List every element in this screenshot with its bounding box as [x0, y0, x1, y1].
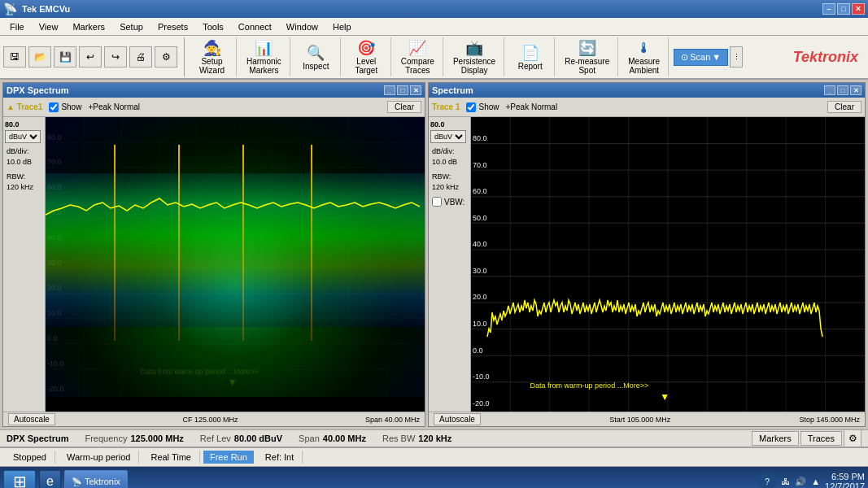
toolbar-new[interactable]: 🖫	[3, 46, 26, 68]
menu-tools[interactable]: Tools	[196, 20, 230, 33]
menu-view[interactable]: View	[33, 20, 65, 33]
menu-file[interactable]: File	[3, 20, 31, 33]
status-realtime: Real Time	[142, 451, 200, 464]
toolbar-compare-traces[interactable]: 📈 CompareTraces	[393, 37, 443, 76]
spectrum-unit-select[interactable]: dBuV	[430, 130, 466, 143]
toolbar-redo[interactable]: ↪	[104, 46, 127, 68]
ie-icon: e	[46, 474, 54, 488]
remeasure-label: Re-measureSpot	[565, 57, 609, 75]
compare-traces-icon: 📈	[408, 39, 426, 57]
start-button[interactable]: ⊞	[3, 470, 36, 488]
spectrum-dbdiv-text: dB/div:	[432, 146, 467, 157]
help-circle-icon[interactable]: ?	[758, 473, 776, 488]
dpx-chart-footer: Autoscale CF 125.000 MHz Span 40.00 MHz	[3, 412, 425, 426]
markers-button[interactable]: Markers	[752, 431, 799, 446]
toolbar-report[interactable]: 📄 Report	[506, 37, 555, 76]
dpx-chart-area: 80.0 70.0 60.0 50.0 40.0 30.0 20.0 10.0 …	[46, 117, 425, 412]
info-reflev-value: 80.00 dBuV	[234, 434, 282, 443]
spectrum-trace-label: Trace 1	[432, 102, 460, 111]
toolbar-measure-ambient[interactable]: 🌡 MeasureAmbient	[620, 37, 669, 76]
scan-icon: ⊙	[681, 52, 688, 63]
settings-gear-button[interactable]: ⚙	[844, 429, 861, 447]
tektronix-logo: Tektronix	[793, 49, 865, 66]
menu-presets[interactable]: Presets	[151, 20, 194, 33]
info-dpx: DPX Spectrum	[7, 434, 68, 443]
dpx-clear-button[interactable]: Clear	[387, 101, 421, 113]
menu-window[interactable]: Window	[280, 20, 325, 33]
menu-connect[interactable]: Connect	[232, 20, 278, 33]
taskbar-tektronix[interactable]: 📡 Tektronix	[64, 470, 128, 488]
scan-button[interactable]: ⊙ Scan ▼	[674, 49, 728, 66]
toolbar-level-target[interactable]: 🎯 LevelTarget	[342, 37, 391, 76]
toolbar-undo[interactable]: ↩	[79, 46, 102, 68]
info-resbw-value: 120 kHz	[418, 434, 451, 443]
dpx-span-label: Span 40.00 MHz	[365, 416, 420, 424]
setup-wizard-label: SetupWizard	[199, 57, 225, 75]
spectrum-panel-minimize[interactable]: _	[824, 85, 835, 95]
close-button[interactable]: ✕	[852, 3, 865, 15]
svg-text:70.0: 70.0	[473, 161, 487, 169]
inspect-icon: 🔍	[307, 44, 325, 62]
info-resbw-label: Res BW	[382, 434, 415, 443]
dpx-panel-controls: ▲ Trace1 Show +Peak Normal Clear	[3, 98, 425, 117]
minimize-button[interactable]: –	[822, 3, 835, 15]
tektronix-taskbar-icon: 📡	[72, 477, 81, 486]
toolbar-open[interactable]: 📂	[28, 46, 51, 68]
dpx-show-checkbox[interactable]	[49, 102, 59, 112]
dpx-unit-select[interactable]: dBuV	[5, 130, 41, 143]
spectrum-vbw-row: VBW:	[430, 195, 469, 208]
spectrum-start-label: Start 105.000 MHz	[609, 416, 670, 424]
toolbar-settings[interactable]: ⚙	[155, 46, 177, 68]
toolbar-remeasure[interactable]: 🔄 Re-measureSpot	[556, 37, 618, 76]
status-freerun: Free Run	[203, 451, 254, 464]
spectrum-detection-label: +Peak Normal	[506, 102, 558, 111]
dpx-autoscale-button[interactable]: Autoscale	[8, 413, 55, 425]
traces-button[interactable]: Traces	[800, 431, 842, 446]
scan-dropdown-icon: ▼	[712, 52, 721, 62]
dpx-rbw-label: RBW: 120 kHz	[5, 170, 43, 194]
dpx-panel-minimize[interactable]: _	[384, 85, 395, 95]
info-frequency: Frequency 125.000 MHz	[85, 434, 183, 443]
harmonic-markers-icon: 📊	[255, 39, 273, 57]
spectrum-clear-button[interactable]: Clear	[827, 101, 861, 113]
more-button[interactable]: ⋮	[730, 46, 743, 68]
spectrum-dbdiv-value: 10.0 dB	[432, 157, 467, 168]
spectrum-panel-title: Spectrum	[432, 85, 473, 95]
menu-markers[interactable]: Markers	[66, 20, 111, 33]
harmonic-markers-label: HarmonicMarkers	[246, 57, 281, 75]
taskbar-ie[interactable]: e	[39, 470, 61, 488]
spectrum-panel-controls: Trace 1 Show +Peak Normal Clear	[429, 98, 865, 117]
toolbar-persistence-display[interactable]: 📺 PersistenceDisplay	[445, 37, 504, 76]
info-dpx-label: DPX Spectrum	[7, 434, 68, 443]
info-span-value: 40.00 MHz	[323, 434, 366, 443]
spectrum-show-checkbox[interactable]	[466, 102, 476, 112]
spectrum-chart-footer: Autoscale Start 105.000 MHz Stop 145.000…	[429, 412, 865, 426]
toolbar-inspect[interactable]: 🔍 Inspect	[292, 37, 341, 76]
toolbar-print[interactable]: 🖨	[129, 46, 152, 68]
spectrum-chart-area: 80.0 70.0 60.0 50.0 40.0 30.0 20.0 10.0 …	[471, 117, 865, 412]
toolbar-setup-wizard[interactable]: 🧙 SetupWizard	[188, 37, 237, 76]
svg-text:-10.0: -10.0	[473, 373, 490, 381]
taskbar-clock: 6:59 PM 12/7/2017	[825, 472, 865, 488]
svg-text:10.0: 10.0	[473, 320, 487, 328]
dpx-panel-title: DPX Spectrum	[7, 85, 68, 95]
toolbar-right: 🧙 SetupWizard 📊 HarmonicMarkers 🔍 Inspec…	[188, 37, 790, 76]
status-bar: Stopped Warm-up period Real Time Free Ru…	[0, 447, 868, 467]
menu-help[interactable]: Help	[326, 20, 358, 33]
svg-text:20.0: 20.0	[473, 293, 487, 301]
spectrum-panel-maximize[interactable]: □	[837, 85, 848, 95]
persistence-display-label: PersistenceDisplay	[453, 57, 495, 75]
spectrum-autoscale-button[interactable]: Autoscale	[434, 413, 481, 425]
dpx-panel-maximize[interactable]: □	[397, 85, 408, 95]
svg-text:-20.0: -20.0	[473, 399, 490, 407]
menu-setup[interactable]: Setup	[113, 20, 150, 33]
clock-date: 12/7/2017	[825, 481, 865, 488]
maximize-button[interactable]: □	[837, 3, 850, 15]
info-span-label: Span	[299, 434, 320, 443]
dpx-panel-close[interactable]: ✕	[410, 85, 421, 95]
toolbar-save[interactable]: 💾	[54, 46, 76, 68]
spectrum-vbw-checkbox[interactable]	[432, 197, 442, 207]
info-freq-label: Frequency	[85, 434, 127, 443]
spectrum-panel-close[interactable]: ✕	[850, 85, 861, 95]
toolbar-harmonic-markers[interactable]: 📊 HarmonicMarkers	[238, 37, 290, 76]
